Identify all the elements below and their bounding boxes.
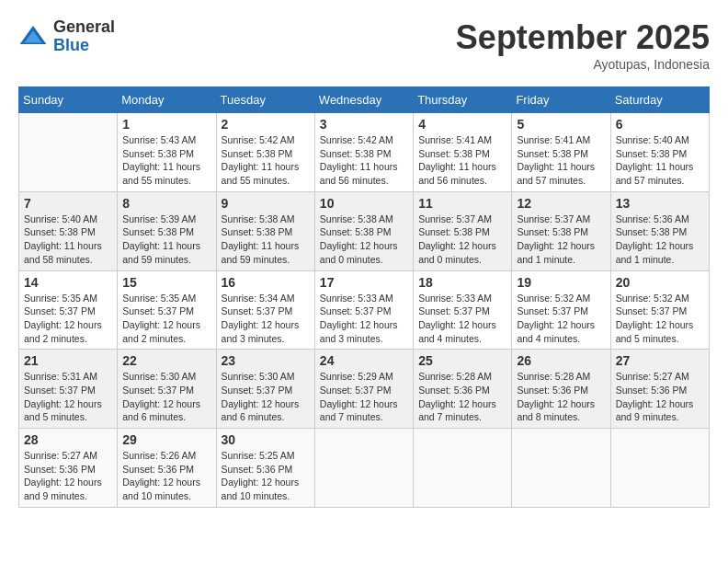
day-info: Sunrise: 5:39 AM Sunset: 5:38 PM Dayligh… xyxy=(122,213,210,267)
day-number: 30 xyxy=(222,432,310,447)
day-number: 18 xyxy=(418,275,506,290)
calendar-cell: 28Sunrise: 5:27 AM Sunset: 5:36 PM Dayli… xyxy=(19,429,118,508)
day-number: 3 xyxy=(320,117,408,132)
day-number: 24 xyxy=(320,353,408,368)
calendar-cell: 12Sunrise: 5:37 AM Sunset: 5:38 PM Dayli… xyxy=(512,191,610,270)
calendar-cell: 7Sunrise: 5:40 AM Sunset: 5:38 PM Daylig… xyxy=(19,191,118,270)
calendar-cell: 25Sunrise: 5:28 AM Sunset: 5:36 PM Dayli… xyxy=(414,350,512,429)
weekday-header-monday: Monday xyxy=(118,87,216,113)
day-number: 22 xyxy=(122,353,210,368)
calendar-cell xyxy=(414,429,512,508)
day-number: 11 xyxy=(418,196,506,211)
calendar-table: SundayMondayTuesdayWednesdayThursdayFrid… xyxy=(18,86,710,508)
day-info: Sunrise: 5:41 AM Sunset: 5:38 PM Dayligh… xyxy=(418,133,506,188)
day-number: 23 xyxy=(222,353,310,368)
calendar-cell: 4Sunrise: 5:41 AM Sunset: 5:38 PM Daylig… xyxy=(414,113,512,192)
calendar-cell: 17Sunrise: 5:33 AM Sunset: 5:37 PM Dayli… xyxy=(314,270,413,350)
calendar-cell: 1Sunrise: 5:43 AM Sunset: 5:38 PM Daylig… xyxy=(118,113,216,192)
calendar-cell: 26Sunrise: 5:28 AM Sunset: 5:36 PM Dayli… xyxy=(512,350,610,429)
day-info: Sunrise: 5:27 AM Sunset: 5:36 PM Dayligh… xyxy=(616,370,704,424)
day-number: 9 xyxy=(222,196,310,211)
calendar-cell: 10Sunrise: 5:38 AM Sunset: 5:38 PM Dayli… xyxy=(314,191,413,270)
day-info: Sunrise: 5:34 AM Sunset: 5:37 PM Dayligh… xyxy=(222,292,310,346)
day-number: 2 xyxy=(222,117,310,132)
calendar-week-row: 21Sunrise: 5:31 AM Sunset: 5:37 PM Dayli… xyxy=(19,350,710,429)
location-subtitle: Ayotupas, Indonesia xyxy=(456,57,710,72)
day-info: Sunrise: 5:40 AM Sunset: 5:38 PM Dayligh… xyxy=(616,133,704,188)
day-info: Sunrise: 5:42 AM Sunset: 5:38 PM Dayligh… xyxy=(320,133,408,188)
day-number: 21 xyxy=(24,353,112,368)
calendar-cell: 27Sunrise: 5:27 AM Sunset: 5:36 PM Dayli… xyxy=(610,350,709,429)
month-title: September 2025 xyxy=(456,18,710,57)
calendar-cell: 6Sunrise: 5:40 AM Sunset: 5:38 PM Daylig… xyxy=(610,113,709,192)
title-block: September 2025 Ayotupas, Indonesia xyxy=(456,18,710,72)
calendar-cell: 30Sunrise: 5:25 AM Sunset: 5:36 PM Dayli… xyxy=(216,429,314,508)
calendar-cell: 20Sunrise: 5:32 AM Sunset: 5:37 PM Dayli… xyxy=(610,270,709,350)
calendar-cell: 2Sunrise: 5:42 AM Sunset: 5:38 PM Daylig… xyxy=(216,113,314,192)
calendar-cell: 15Sunrise: 5:35 AM Sunset: 5:37 PM Dayli… xyxy=(118,270,216,350)
weekday-header-tuesday: Tuesday xyxy=(216,87,314,113)
day-number: 13 xyxy=(616,196,704,211)
day-info: Sunrise: 5:38 AM Sunset: 5:38 PM Dayligh… xyxy=(222,213,310,267)
day-number: 1 xyxy=(122,117,210,132)
day-info: Sunrise: 5:26 AM Sunset: 5:36 PM Dayligh… xyxy=(122,449,210,503)
day-info: Sunrise: 5:35 AM Sunset: 5:37 PM Dayligh… xyxy=(24,292,112,346)
day-number: 19 xyxy=(517,275,605,290)
weekday-header-saturday: Saturday xyxy=(610,87,709,113)
day-number: 17 xyxy=(320,275,408,290)
calendar-cell: 3Sunrise: 5:42 AM Sunset: 5:38 PM Daylig… xyxy=(314,113,413,192)
logo-text: General Blue xyxy=(53,18,115,55)
day-info: Sunrise: 5:33 AM Sunset: 5:37 PM Dayligh… xyxy=(320,292,408,346)
weekday-header-sunday: Sunday xyxy=(19,87,118,113)
calendar-cell: 22Sunrise: 5:30 AM Sunset: 5:37 PM Dayli… xyxy=(118,350,216,429)
day-number: 20 xyxy=(616,275,704,290)
day-number: 4 xyxy=(418,117,506,132)
calendar-cell: 11Sunrise: 5:37 AM Sunset: 5:38 PM Dayli… xyxy=(414,191,512,270)
calendar-cell: 29Sunrise: 5:26 AM Sunset: 5:36 PM Dayli… xyxy=(118,429,216,508)
calendar-cell xyxy=(610,429,709,508)
day-info: Sunrise: 5:31 AM Sunset: 5:37 PM Dayligh… xyxy=(24,370,112,424)
day-number: 6 xyxy=(616,117,704,132)
calendar-cell: 5Sunrise: 5:41 AM Sunset: 5:38 PM Daylig… xyxy=(512,113,610,192)
calendar-cell xyxy=(314,429,413,508)
logo-icon xyxy=(18,22,48,52)
day-info: Sunrise: 5:40 AM Sunset: 5:38 PM Dayligh… xyxy=(24,213,112,267)
day-number: 10 xyxy=(320,196,408,211)
calendar-cell: 14Sunrise: 5:35 AM Sunset: 5:37 PM Dayli… xyxy=(19,270,118,350)
day-info: Sunrise: 5:37 AM Sunset: 5:38 PM Dayligh… xyxy=(418,213,506,267)
day-info: Sunrise: 5:28 AM Sunset: 5:36 PM Dayligh… xyxy=(418,370,506,424)
calendar-week-row: 14Sunrise: 5:35 AM Sunset: 5:37 PM Dayli… xyxy=(19,270,710,350)
day-info: Sunrise: 5:33 AM Sunset: 5:37 PM Dayligh… xyxy=(418,292,506,346)
logo: General Blue xyxy=(18,18,115,55)
day-number: 25 xyxy=(418,353,506,368)
calendar-cell: 18Sunrise: 5:33 AM Sunset: 5:37 PM Dayli… xyxy=(414,270,512,350)
weekday-header-friday: Friday xyxy=(512,87,610,113)
day-info: Sunrise: 5:36 AM Sunset: 5:38 PM Dayligh… xyxy=(616,213,704,267)
calendar-cell: 9Sunrise: 5:38 AM Sunset: 5:38 PM Daylig… xyxy=(216,191,314,270)
day-info: Sunrise: 5:41 AM Sunset: 5:38 PM Dayligh… xyxy=(517,133,605,188)
calendar-cell: 19Sunrise: 5:32 AM Sunset: 5:37 PM Dayli… xyxy=(512,270,610,350)
day-info: Sunrise: 5:32 AM Sunset: 5:37 PM Dayligh… xyxy=(517,292,605,346)
day-info: Sunrise: 5:29 AM Sunset: 5:37 PM Dayligh… xyxy=(320,370,408,424)
day-number: 5 xyxy=(517,117,605,132)
day-number: 28 xyxy=(24,432,112,447)
day-info: Sunrise: 5:37 AM Sunset: 5:38 PM Dayligh… xyxy=(517,213,605,267)
calendar-cell: 13Sunrise: 5:36 AM Sunset: 5:38 PM Dayli… xyxy=(610,191,709,270)
day-info: Sunrise: 5:25 AM Sunset: 5:36 PM Dayligh… xyxy=(222,449,310,503)
day-info: Sunrise: 5:27 AM Sunset: 5:36 PM Dayligh… xyxy=(24,449,112,503)
calendar-week-row: 1Sunrise: 5:43 AM Sunset: 5:38 PM Daylig… xyxy=(19,113,710,192)
day-number: 29 xyxy=(122,432,210,447)
day-info: Sunrise: 5:42 AM Sunset: 5:38 PM Dayligh… xyxy=(222,133,310,188)
day-number: 7 xyxy=(24,196,112,211)
day-info: Sunrise: 5:35 AM Sunset: 5:37 PM Dayligh… xyxy=(122,292,210,346)
calendar-cell: 24Sunrise: 5:29 AM Sunset: 5:37 PM Dayli… xyxy=(314,350,413,429)
day-info: Sunrise: 5:28 AM Sunset: 5:36 PM Dayligh… xyxy=(517,370,605,424)
logo-blue: Blue xyxy=(53,37,115,55)
calendar-week-row: 28Sunrise: 5:27 AM Sunset: 5:36 PM Dayli… xyxy=(19,429,710,508)
day-number: 16 xyxy=(222,275,310,290)
calendar-cell: 21Sunrise: 5:31 AM Sunset: 5:37 PM Dayli… xyxy=(19,350,118,429)
weekday-header-thursday: Thursday xyxy=(414,87,512,113)
day-number: 15 xyxy=(122,275,210,290)
calendar-cell xyxy=(512,429,610,508)
calendar-week-row: 7Sunrise: 5:40 AM Sunset: 5:38 PM Daylig… xyxy=(19,191,710,270)
